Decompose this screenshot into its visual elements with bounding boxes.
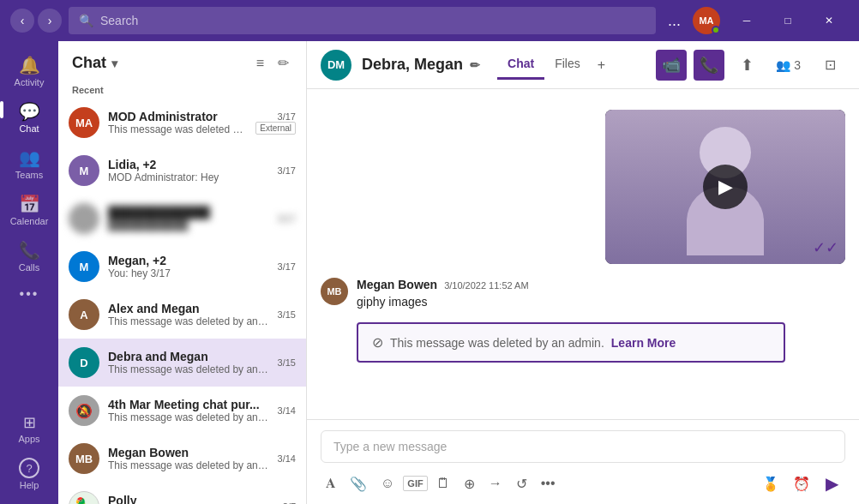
more-chat-options-button[interactable]: ⊡ xyxy=(814,50,845,81)
chat-info: Megan Bowen This message was deleted by … xyxy=(108,446,269,471)
avatar: M xyxy=(69,155,99,186)
chat-info: Polly Your polly results are in! xyxy=(108,494,274,504)
chat-list: MA MOD Administrator This message was de… xyxy=(58,99,306,504)
audio-call-button[interactable]: 📞 xyxy=(694,50,724,81)
chat-preview: ███████████ xyxy=(108,219,269,231)
learn-more-link[interactable]: Learn More xyxy=(611,336,676,350)
chat-name: 4th Mar Meeting chat pur... xyxy=(108,398,269,411)
close-button[interactable]: ✕ xyxy=(809,7,849,34)
participants-count: 3 xyxy=(794,58,801,72)
chat-header: DM Debra, Megan ✏ Chat Files + 📹 📞 ⬆ 👥 3… xyxy=(307,41,859,89)
compose-button[interactable]: ✏ xyxy=(274,51,292,75)
chat-label: Chat xyxy=(19,123,39,134)
teams-icon: 👥 xyxy=(19,147,40,168)
chat-list-header: Chat ▾ ≡ ✏ xyxy=(58,41,306,81)
share-screen-button[interactable]: ⬆ xyxy=(731,50,762,81)
chat-meta: 3/17 xyxy=(278,165,296,176)
message-toolbar: 𝐀 📎 ☺ GIF 🗒 ⊕ → ↺ ••• 🏅 ⏰ ▶ xyxy=(321,470,845,497)
sticker-button[interactable]: 🗒 xyxy=(431,472,455,495)
more-options-button[interactable]: ... xyxy=(663,9,686,33)
share-button[interactable]: → xyxy=(484,472,508,495)
filter-button[interactable]: ≡ xyxy=(253,51,267,75)
minimize-button[interactable]: ─ xyxy=(727,7,766,34)
gif-button[interactable]: GIF xyxy=(403,476,427,491)
participants-button[interactable]: 👥 3 xyxy=(769,53,808,77)
sidebar-item-more[interactable]: ••• xyxy=(0,279,58,309)
chat-messages: ▶ ✓✓ MB Megan Bowen 3/10/2022 11:52 AM g… xyxy=(307,89,859,419)
send-button[interactable]: ▶ xyxy=(819,470,845,497)
list-item[interactable]: 🦜 Polly Your polly results are in! 3/7 xyxy=(58,483,306,504)
format-button[interactable]: 𝐀 xyxy=(321,472,341,495)
chat-time: 3/14 xyxy=(278,405,296,416)
list-item[interactable]: M Megan, +2 You: hey 3/17 3/17 xyxy=(58,243,306,291)
avatar: MA xyxy=(69,107,99,138)
play-button[interactable]: ▶ xyxy=(703,165,748,209)
chat-name: ████████████ xyxy=(108,206,269,219)
schedule-button[interactable]: ⏰ xyxy=(788,472,815,495)
chat-list-header-actions: ≡ ✏ xyxy=(253,51,292,75)
list-item[interactable]: D Debra and Megan This message was delet… xyxy=(58,339,306,387)
list-item[interactable]: A Alex and Megan This message was delete… xyxy=(58,291,306,339)
message-time: 3/10/2022 11:52 AM xyxy=(444,280,528,291)
help-icon: ? xyxy=(19,458,39,478)
list-item[interactable]: MA MOD Administrator This message was de… xyxy=(58,99,306,147)
sidebar-nav: 🔔 Activity 💬 Chat 👥 Teams 📅 Calendar 📞 C… xyxy=(0,41,58,504)
chat-meta: 3/14 xyxy=(278,453,296,464)
add-tab-button[interactable]: + xyxy=(591,50,612,80)
forward-button[interactable]: › xyxy=(38,9,62,33)
chat-meta: 3/17 xyxy=(278,213,296,224)
message-text: giphy images xyxy=(357,295,845,309)
search-input[interactable] xyxy=(100,14,646,27)
search-bar[interactable]: 🔍 xyxy=(69,7,656,34)
apps-label: Apps xyxy=(18,434,39,444)
maximize-button[interactable]: □ xyxy=(768,7,808,34)
message-group: MB Megan Bowen 3/10/2022 11:52 AM giphy … xyxy=(321,278,845,309)
sidebar-item-help[interactable]: ? Help xyxy=(0,451,58,497)
sidebar-item-calls[interactable]: 📞 Calls xyxy=(0,233,58,279)
sidebar-item-calendar[interactable]: 📅 Calendar xyxy=(0,187,58,233)
chat-list-title[interactable]: Chat ▾ xyxy=(72,54,117,72)
sidebar-item-chat[interactable]: 💬 Chat xyxy=(0,94,58,141)
chat-time: 3/14 xyxy=(278,453,296,464)
sidebar-item-apps[interactable]: ⊞ Apps xyxy=(0,406,58,451)
chat-header-tabs: Chat Files + xyxy=(497,50,612,80)
emoji-button[interactable]: ☺ xyxy=(375,472,399,495)
video-call-button[interactable]: 📹 xyxy=(656,50,687,81)
praise-button[interactable]: 🏅 xyxy=(757,472,784,495)
list-item[interactable]: MB Megan Bowen This message was deleted … xyxy=(58,435,306,483)
chat-name: Megan, +2 xyxy=(108,254,269,267)
more-toolbar-button[interactable]: ••• xyxy=(536,472,561,495)
video-thumbnail[interactable]: ▶ ✓✓ xyxy=(605,110,845,264)
list-item[interactable]: 🔕 4th Mar Meeting chat pur... This messa… xyxy=(58,387,306,435)
calls-icon: 📞 xyxy=(19,240,40,261)
chat-info: MOD Administrator This message was delet… xyxy=(108,110,247,135)
loop-button[interactable]: ↺ xyxy=(511,472,532,495)
deleted-icon: ⊘ xyxy=(372,334,383,351)
tab-chat[interactable]: Chat xyxy=(497,50,544,80)
chat-preview: This message was deleted by an a... xyxy=(108,411,269,423)
calendar-icon: 📅 xyxy=(19,194,40,214)
chat-info: Megan, +2 You: hey 3/17 xyxy=(108,254,269,279)
avatar: 🔕 xyxy=(69,395,99,426)
avatar: A xyxy=(69,299,99,330)
chat-header-right: 📹 📞 ⬆ 👥 3 ⊡ xyxy=(656,50,845,81)
sidebar-item-teams[interactable]: 👥 Teams xyxy=(0,141,58,187)
message-input-box[interactable]: Type a new message xyxy=(321,430,845,463)
input-placeholder: Type a new message xyxy=(333,440,447,453)
chat-time: 3/17 xyxy=(278,213,296,224)
chat-meta: 3/14 xyxy=(278,405,296,416)
attach-button[interactable]: 📎 xyxy=(345,472,372,495)
message-author: Megan Bowen xyxy=(357,278,437,291)
list-item[interactable]: ████████████ ███████████ 3/17 xyxy=(58,195,306,243)
back-button[interactable]: ‹ xyxy=(10,9,34,33)
more-attach-button[interactable]: ⊕ xyxy=(459,472,480,495)
edit-icon[interactable]: ✏ xyxy=(470,58,480,72)
list-item[interactable]: M Lidia, +2 MOD Administrator: Hey 3/17 xyxy=(58,147,306,195)
section-recent-label: Recent xyxy=(58,81,306,99)
chat-meta: 3/17 External xyxy=(255,111,296,135)
message-input-area: Type a new message 𝐀 📎 ☺ GIF 🗒 ⊕ → ↺ •••… xyxy=(307,419,859,504)
avatar[interactable]: MA xyxy=(693,7,720,34)
sidebar-item-activity[interactable]: 🔔 Activity xyxy=(0,48,58,94)
tab-files[interactable]: Files xyxy=(544,50,591,80)
help-label: Help xyxy=(20,480,39,490)
